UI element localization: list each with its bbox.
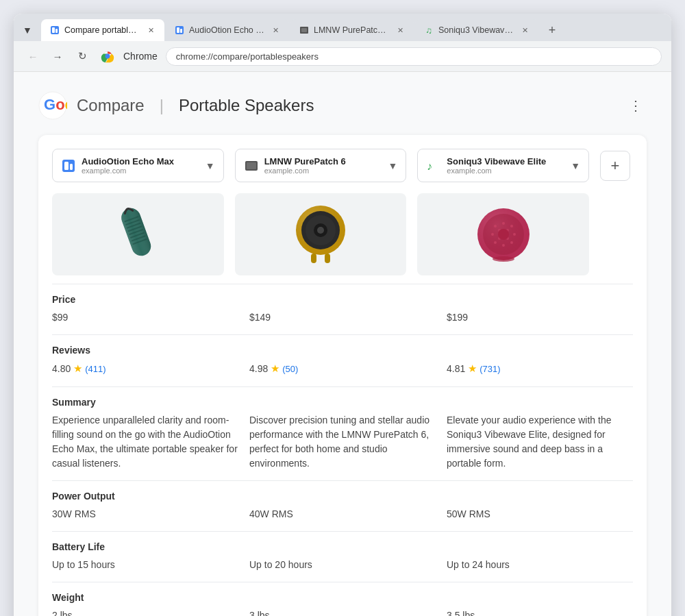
svg-point-41 <box>510 225 513 227</box>
page-title-compare: Compare <box>77 96 145 115</box>
chevron-down-icon-2: ▼ <box>388 160 397 171</box>
speaker-svg-1 <box>112 200 164 269</box>
tab-close-audiotion[interactable]: ✕ <box>270 25 281 36</box>
more-options-button[interactable]: ⋮ <box>625 95 647 116</box>
price-label: Price <box>52 294 633 305</box>
tab-close-lmnw[interactable]: ✕ <box>395 25 406 36</box>
summary-value-3: Elevate your audio experience with the S… <box>447 413 633 471</box>
forward-button[interactable]: → <box>48 47 67 66</box>
svg-point-45 <box>502 244 505 247</box>
weight-row: Weight 2 lbs 3 lbs 3.5 lbs <box>52 582 633 617</box>
product-selector-1[interactable]: AudioOtion Echo Max example.com ▼ <box>52 149 224 182</box>
chrome-icon <box>100 49 115 64</box>
svg-point-44 <box>494 241 497 244</box>
tab-title-compare: Compare portable speaker... <box>64 25 140 35</box>
star-icon-3: ★ <box>468 361 477 377</box>
product-info-2: LMNW PurePatch 6 example.com <box>264 156 383 175</box>
power-label: Power Output <box>52 491 633 502</box>
svg-rect-13 <box>64 162 68 170</box>
svg-point-51 <box>498 229 509 240</box>
svg-point-40 <box>502 222 505 225</box>
chevron-down-icon-3: ▼ <box>571 160 580 171</box>
tab-title-lmnw: LMNW PurePatch 6 <box>314 25 389 35</box>
back-button[interactable]: ← <box>23 47 42 66</box>
power-value-3: 50W RMS <box>447 507 633 521</box>
battery-value-3: Up to 24 hours <box>447 558 633 572</box>
tab-soniqu3[interactable]: ♫ Soniqu3 Vibewave Elite ✕ <box>415 19 538 41</box>
browser-window: ▼ Compare portable speaker... ✕ AudioOti… <box>14 14 671 616</box>
summary-row: Summary Experience unparalleled clarity … <box>52 386 633 480</box>
product-selectors-row: AudioOtion Echo Max example.com ▼ LMNW P… <box>52 149 633 182</box>
svg-rect-4 <box>177 27 179 33</box>
battery-value-1: Up to 15 hours <box>52 558 238 572</box>
product-info-1: AudioOtion Echo Max example.com <box>82 156 200 175</box>
summary-value-2: Discover precision tuning and stellar au… <box>249 413 436 471</box>
product-image-2 <box>235 193 407 275</box>
new-tab-button[interactable]: + <box>543 21 562 40</box>
product-selector-2[interactable]: LMNW PurePatch 6 example.com ▼ <box>235 149 407 182</box>
tab-lmnw[interactable]: LMNW PurePatch 6 ✕ <box>290 19 414 41</box>
product-image-1 <box>52 193 224 275</box>
summary-label: Summary <box>52 397 633 408</box>
comparison-table: Price $99 $149 $199 Reviews 4.80 ★ (41 <box>52 284 633 616</box>
tab-close-compare[interactable]: ✕ <box>145 25 156 36</box>
speaker-svg-3 <box>469 200 538 269</box>
battery-value-2: Up to 20 hours <box>249 558 436 572</box>
reviews-row: Reviews 4.80 ★ (411) 4.98 ★ (50) <box>52 334 633 386</box>
weight-values: 2 lbs 3 lbs 3.5 lbs <box>52 608 633 617</box>
tab-title-soniqu3: Soniqu3 Vibewave Elite <box>438 25 514 35</box>
page-title-divider: | <box>160 96 164 115</box>
tab-icon-audiotion <box>174 25 185 36</box>
reload-button[interactable]: ↻ <box>73 47 92 66</box>
review-count-2[interactable]: (50) <box>282 362 298 376</box>
compare-card: AudioOtion Echo Max example.com ▼ LMNW P… <box>38 135 647 616</box>
product-domain-1: example.com <box>82 167 200 175</box>
price-value-3: $199 <box>447 310 633 325</box>
svg-point-39 <box>494 225 497 227</box>
tab-icon-compare <box>49 25 60 36</box>
tab-icon-soniqu3: ♫ <box>423 25 434 36</box>
svg-rect-5 <box>180 29 182 33</box>
review-count-1[interactable]: (411) <box>85 362 105 376</box>
add-product-button[interactable]: + <box>600 151 630 181</box>
svg-point-43 <box>513 233 516 236</box>
svg-rect-35 <box>325 254 330 263</box>
tab-list-dropdown[interactable]: ▼ <box>19 22 36 38</box>
svg-text:♪: ♪ <box>427 160 432 172</box>
tab-title-audiotion: AudioOtion Echo Max <box>189 25 264 35</box>
svg-rect-1 <box>52 27 55 33</box>
tab-compare-portable[interactable]: Compare portable speaker... ✕ <box>41 19 164 41</box>
weight-value-1: 2 lbs <box>52 608 238 617</box>
product-image-3 <box>417 193 589 275</box>
svg-point-52 <box>493 256 514 262</box>
tab-bar: ▼ Compare portable speaker... ✕ AudioOti… <box>14 14 671 41</box>
page-title-main: Portable Speakers <box>179 96 314 115</box>
weight-value-2: 3 lbs <box>249 608 436 617</box>
product-name-2: LMNW PurePatch 6 <box>264 156 383 167</box>
svg-rect-16 <box>247 162 256 169</box>
product-selector-3[interactable]: ♪ Soniqu3 Vibewave Elite example.com ▼ <box>417 149 589 182</box>
address-bar[interactable]: chrome://compare/portablespeakers <box>166 47 662 66</box>
summary-value-1: Experience unparalleled clarity and room… <box>52 413 238 471</box>
reviews-label: Reviews <box>52 345 633 356</box>
product-icon-1 <box>61 158 76 173</box>
svg-rect-14 <box>70 164 73 170</box>
rating-value-1: 4.80 ★ (411) <box>52 361 238 377</box>
rating-number-2: 4.98 <box>249 362 268 376</box>
price-row: Price $99 $149 $199 <box>52 284 633 334</box>
battery-label: Battery Life <box>52 541 633 552</box>
page-header: Google Compare | Portable Speakers ⋮ <box>38 91 647 120</box>
svg-rect-2 <box>55 29 58 33</box>
rating-number-3: 4.81 <box>447 362 465 376</box>
tab-close-soniqu3[interactable]: ✕ <box>519 25 530 36</box>
svg-point-42 <box>491 233 494 236</box>
product-icon-3: ♪ <box>426 158 441 173</box>
product-images-row <box>52 193 633 275</box>
power-row: Power Output 30W RMS 40W RMS 50W RMS <box>52 480 633 531</box>
review-count-3[interactable]: (731) <box>480 362 500 376</box>
page-content: Google Compare | Portable Speakers ⋮ <box>14 72 671 616</box>
weight-value-3: 3.5 lbs <box>447 608 633 617</box>
svg-point-33 <box>317 227 324 234</box>
tab-audiotion[interactable]: AudioOtion Echo Max ✕ <box>166 19 289 41</box>
svg-point-46 <box>510 241 513 244</box>
